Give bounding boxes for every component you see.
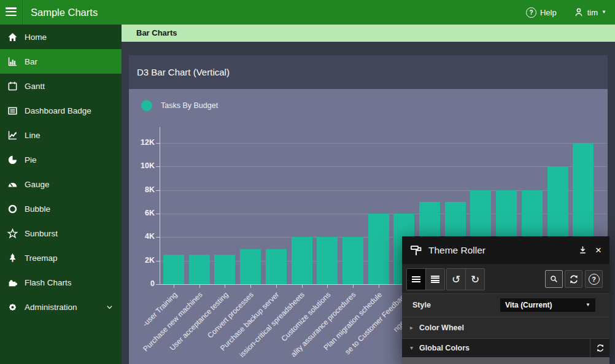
y-tick: [156, 143, 160, 144]
bar[interactable]: [266, 249, 287, 285]
sidebar-item-treemap[interactable]: Treemap: [0, 246, 122, 270]
redo-button[interactable]: ↻: [465, 269, 484, 290]
bar[interactable]: [163, 255, 184, 284]
detailed-view-button[interactable]: [425, 269, 444, 290]
bubble-icon: [7, 203, 18, 214]
help-panel-button[interactable]: ?: [585, 270, 603, 288]
refresh-button[interactable]: [565, 270, 582, 288]
chevron-down-icon: ▾: [410, 339, 413, 357]
bar[interactable]: [189, 255, 210, 284]
sidebar-item-label: Administration: [25, 303, 77, 312]
flash-charts-icon: [7, 277, 18, 288]
calendar-icon: [7, 80, 18, 91]
y-gridline: [160, 143, 607, 144]
chevron-down-icon: ▼: [601, 10, 606, 15]
legend-label: Tasks By Budget: [161, 101, 218, 110]
x-tick: [199, 284, 200, 288]
search-button[interactable]: [545, 270, 563, 288]
chevron-down-icon: [106, 303, 114, 311]
bar[interactable]: [240, 249, 261, 285]
pie-chart-icon: [7, 154, 18, 165]
sidebar-item-line[interactable]: Line: [0, 123, 122, 147]
sidebar-item-label: Gauge: [25, 180, 50, 189]
sidebar-item-label: Line: [25, 131, 41, 140]
search-icon: [549, 274, 559, 284]
chevron-down-icon: ▼: [586, 303, 590, 308]
menu-icon[interactable]: [6, 7, 18, 17]
undo-icon: ↺: [452, 274, 460, 285]
sidebar-item-label: Treemap: [25, 254, 58, 263]
sidebar-item-label: Flash Charts: [25, 278, 72, 287]
x-tick: [174, 284, 174, 288]
y-tick: [156, 261, 160, 261]
y-tick: [156, 237, 160, 238]
user-icon: [574, 7, 584, 17]
x-tick: [276, 284, 277, 288]
x-tick: [302, 284, 303, 288]
download-theme-button[interactable]: [578, 246, 587, 255]
y-tick: [156, 284, 160, 285]
line-chart-icon: [7, 130, 18, 141]
chevron-right-icon: ▸: [410, 317, 413, 338]
y-tick: [156, 214, 160, 214]
bar[interactable]: [214, 255, 235, 284]
sidebar-item-bar[interactable]: Bar: [0, 49, 122, 74]
sidebar-item-label: Home: [25, 33, 47, 42]
list-compact-icon: [412, 275, 420, 284]
reset-colors-button[interactable]: [590, 339, 609, 357]
sidebar-item-administration[interactable]: Administration: [0, 295, 122, 319]
bar[interactable]: [368, 214, 389, 284]
y-tick-label: 12K: [129, 138, 155, 147]
sidebar-item-gantt[interactable]: Gantt: [0, 74, 122, 98]
y-tick-label: 10K: [129, 161, 155, 170]
sidebar-item-sunburst[interactable]: Sunburst: [0, 221, 122, 246]
gauge-icon: [7, 179, 18, 190]
help-label: Help: [540, 8, 557, 17]
app-title: Sample Charts: [31, 0, 98, 25]
style-select[interactable]: Vita (Current) ▼: [500, 298, 595, 312]
sidebar-item-home[interactable]: Home: [0, 25, 122, 49]
style-select-value: Vita (Current): [505, 301, 552, 309]
x-tick: [250, 284, 251, 288]
refresh-icon: [569, 274, 579, 284]
breadcrumb-band: Bar Charts: [122, 25, 615, 42]
close-icon[interactable]: ×: [595, 246, 601, 255]
user-label: tim: [587, 8, 598, 17]
sidebar-item-dashboard-badge[interactable]: Dashboard Badge: [0, 98, 122, 123]
sidebar-item-gauge[interactable]: Gauge: [0, 172, 122, 196]
style-row: Style Vita (Current) ▼: [402, 293, 609, 317]
sidebar-item-label: Gantt: [25, 82, 45, 91]
redo-icon: ↻: [471, 274, 479, 285]
x-tick-label: Convert processes: [206, 290, 255, 340]
y-tick-label: 6K: [129, 209, 155, 217]
y-tick: [156, 190, 160, 191]
bar[interactable]: [292, 237, 312, 284]
page-title: Bar Charts: [136, 25, 177, 42]
help-button[interactable]: ? Help: [526, 7, 557, 18]
y-tick-label: 4K: [129, 232, 155, 241]
sunburst-icon: [7, 228, 18, 239]
sidebar-item-pie[interactable]: Pie: [0, 147, 122, 172]
y-tick-label: 2K: [129, 256, 155, 265]
bar[interactable]: [317, 237, 338, 284]
x-tick: [225, 284, 225, 288]
legend-item[interactable]: Tasks By Budget: [141, 100, 218, 111]
refresh-icon: [596, 344, 605, 352]
x-tick: [353, 284, 354, 288]
chart-panel-title: D3 Bar Chart (Vertical): [137, 55, 230, 89]
section-global-colors[interactable]: ▾ Global Colors: [402, 338, 609, 357]
sidebar: HomeBarGanttDashboard BadgeLinePieGaugeB…: [0, 25, 122, 364]
sidebar-item-flash-charts[interactable]: Flash Charts: [0, 270, 122, 295]
y-tick-label: 8K: [129, 185, 155, 194]
paint-roller-icon: [410, 244, 422, 257]
sidebar-item-bubble[interactable]: Bubble: [0, 196, 122, 221]
section-color-wheel[interactable]: ▸ Color Wheel: [402, 317, 609, 338]
y-tick-label: 0: [129, 279, 155, 288]
treemap-icon: [7, 252, 18, 263]
y-gridline: [160, 166, 607, 167]
bar[interactable]: [342, 237, 363, 284]
legend-marker: [141, 100, 152, 111]
user-menu[interactable]: tim ▼: [574, 7, 606, 17]
compact-view-button[interactable]: [407, 269, 425, 290]
undo-button[interactable]: ↺: [447, 269, 465, 290]
